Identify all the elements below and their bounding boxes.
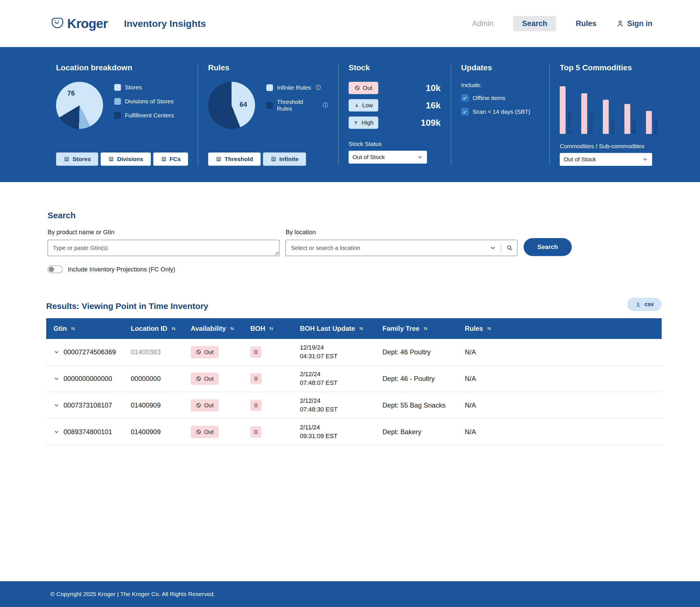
column-header-rules[interactable]: Rules bbox=[465, 325, 662, 333]
high-chip-label: High bbox=[361, 119, 374, 126]
legend-item-threshold-rules[interactable]: Threshold Rules ⓘ bbox=[266, 99, 328, 112]
boh-badge: 0 bbox=[250, 400, 261, 411]
fcs-filter-button[interactable]: FCs bbox=[153, 152, 188, 166]
boh-badge: 0 bbox=[250, 373, 261, 384]
commodities-dropdown[interactable]: Out of Stock bbox=[560, 153, 652, 166]
search-icon[interactable] bbox=[506, 245, 513, 251]
chevron-down-icon[interactable] bbox=[54, 349, 60, 355]
legend-item-infinite-rules[interactable]: Infinite Rules ⓘ bbox=[266, 84, 328, 91]
nav-search[interactable]: Search bbox=[513, 16, 556, 32]
column-header-availability[interactable]: Availability bbox=[191, 325, 250, 333]
toggle-knob bbox=[49, 267, 54, 272]
column-header-boh[interactable]: BOH bbox=[250, 325, 300, 333]
prohibited-icon bbox=[196, 402, 201, 408]
column-label: Family Tree bbox=[382, 325, 420, 333]
threshold-filter-button[interactable]: Threshold bbox=[208, 152, 261, 166]
chevron-down-icon[interactable] bbox=[54, 402, 60, 409]
commodity-bar bbox=[581, 93, 587, 134]
stock-status-dropdown[interactable]: Out of Stock bbox=[348, 151, 427, 164]
low-chip-label: Low bbox=[362, 102, 373, 109]
scan-sbt-checkbox-row[interactable]: Scan < 14 days (SBT) bbox=[461, 108, 539, 116]
stores-filter-button[interactable]: Stores bbox=[56, 152, 98, 166]
inventory-projections-toggle[interactable] bbox=[48, 266, 63, 273]
search-button[interactable]: Search bbox=[524, 238, 572, 256]
sign-in-button[interactable]: Sign in bbox=[616, 19, 652, 28]
bar-label: Melon bbox=[632, 121, 636, 134]
top5-title: Top 5 Commodities bbox=[560, 63, 658, 72]
scan-sbt-label: Scan < 14 days (SBT) bbox=[473, 108, 530, 115]
stock-item-low: Low 16k bbox=[348, 99, 441, 111]
sort-icon bbox=[70, 326, 76, 331]
gtin-cell[interactable]: 00007274506369 bbox=[54, 348, 131, 356]
table-row: 0007373108107 01400909 Out 0 2/12/24 07:… bbox=[46, 392, 662, 419]
chevron-down-icon[interactable] bbox=[54, 429, 60, 435]
location-pie bbox=[56, 82, 103, 129]
rules-cell: N/A bbox=[465, 428, 662, 436]
infinite-filter-button[interactable]: Infinite bbox=[263, 152, 306, 166]
location-id-value: 01400909 bbox=[131, 428, 161, 436]
update-time: 04:31:07 EST bbox=[300, 352, 382, 361]
column-header-location-id[interactable]: Location ID bbox=[131, 325, 191, 333]
sort-icon bbox=[358, 326, 364, 331]
availability-value: Out bbox=[204, 428, 214, 435]
kroger-logo[interactable]: Kroger bbox=[50, 16, 108, 31]
legend-label: Threshold Rules bbox=[277, 99, 318, 112]
csv-download-button[interactable]: csv bbox=[627, 298, 662, 311]
divisions-filter-button[interactable]: Divisions bbox=[101, 152, 151, 166]
legend-item-fulfillment-centers[interactable]: Fulfillment Centers bbox=[114, 112, 174, 119]
info-icon[interactable]: ⓘ bbox=[315, 84, 321, 91]
rules-legend: Infinite Rules ⓘ Threshold Rules ⓘ bbox=[266, 84, 328, 112]
gtin-value: 0089374800101 bbox=[64, 428, 112, 436]
sort-icon bbox=[269, 326, 274, 331]
offline-items-checkbox-row[interactable]: Offline items bbox=[461, 94, 539, 102]
bar-label: Beauty bbox=[653, 119, 658, 134]
bar-group: G. Chicken bbox=[560, 86, 572, 134]
chevron-down-icon[interactable] bbox=[489, 245, 496, 251]
nav-admin[interactable]: Admin bbox=[472, 19, 494, 28]
out-chip-label: Out bbox=[363, 85, 373, 91]
gtin-cell[interactable]: 0000000000000 bbox=[54, 375, 131, 383]
availability-badge: Out bbox=[191, 373, 219, 385]
bar-group: Beauty bbox=[646, 111, 658, 134]
low-chip[interactable]: Low bbox=[348, 99, 378, 111]
nav-rules[interactable]: Rules bbox=[576, 19, 596, 28]
prohibited-icon bbox=[196, 349, 201, 355]
high-chip[interactable]: High bbox=[348, 117, 378, 129]
include-label: Include: bbox=[461, 82, 539, 88]
location-search-input[interactable] bbox=[285, 240, 517, 256]
check-icon bbox=[462, 109, 467, 114]
availability-badge: Out bbox=[191, 426, 219, 438]
out-chip[interactable]: Out bbox=[348, 82, 378, 94]
results-section: Results: Viewing Point in Time Inventory… bbox=[0, 273, 700, 445]
rules-panel: Rules 64 Infinite Rules ⓘ Threshold Rule… bbox=[208, 63, 328, 166]
chevron-down-icon[interactable] bbox=[54, 376, 60, 382]
gtin-cell[interactable]: 0089374800101 bbox=[54, 428, 131, 436]
gtin-value: 0000000000000 bbox=[64, 375, 112, 383]
table-row: 00007274506369 01400383 Out 0 12/19/24 0… bbox=[46, 339, 662, 365]
availability-value: Out bbox=[204, 402, 214, 409]
commodities-dropdown-value: Out of Stock bbox=[564, 156, 642, 163]
input-divider bbox=[501, 244, 501, 252]
commodity-bar bbox=[624, 104, 630, 134]
availability-badge: Out bbox=[191, 346, 219, 358]
column-header-family-tree[interactable]: Family Tree bbox=[382, 325, 465, 333]
prohibited-icon bbox=[196, 376, 201, 381]
column-label: BOH Last Update bbox=[300, 325, 355, 333]
rules-pie-value: 64 bbox=[240, 101, 247, 108]
rules-pie-chart: 64 bbox=[208, 82, 255, 129]
sort-icon bbox=[171, 326, 176, 331]
results-title: Results: Viewing Point in Time Inventory bbox=[46, 301, 208, 311]
info-icon[interactable]: ⓘ bbox=[323, 102, 328, 109]
location-filter-buttons: Stores Divisions FCs bbox=[56, 152, 188, 166]
threshold-filter-label: Threshold bbox=[225, 156, 253, 163]
location-legend: Stores Divisions of Stores Fulfillment C… bbox=[114, 84, 174, 119]
bar-label: G. Chicken bbox=[567, 110, 572, 134]
offline-items-checkbox[interactable] bbox=[461, 94, 469, 102]
gtin-input[interactable] bbox=[48, 240, 279, 256]
legend-item-stores[interactable]: Stores bbox=[114, 84, 174, 91]
legend-item-divisions[interactable]: Divisions of Stores bbox=[114, 98, 174, 105]
column-header-boh-last-update[interactable]: BOH Last Update bbox=[300, 325, 382, 333]
scan-sbt-checkbox[interactable] bbox=[461, 108, 469, 116]
column-header-gtin[interactable]: Gtin bbox=[54, 325, 131, 333]
gtin-cell[interactable]: 0007373108107 bbox=[54, 401, 131, 409]
